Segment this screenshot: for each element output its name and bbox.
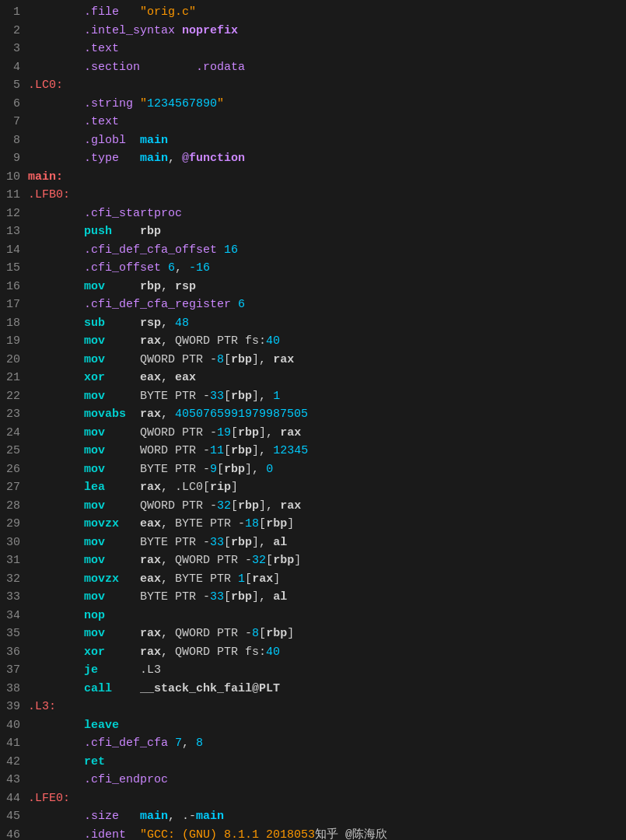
line-number: 17 bbox=[0, 296, 28, 314]
line-content: .cfi_startproc bbox=[28, 205, 626, 223]
line-number: 39 bbox=[0, 698, 28, 716]
line-content: mov rbp, rsp bbox=[28, 278, 626, 296]
line-content: .cfi_def_cfa 7, 8 bbox=[28, 734, 626, 753]
table-row: 45 .size main, .-main bbox=[0, 807, 626, 826]
table-row: 46 .ident "GCC: (GNU) 8.1.1 2018053知乎 @陈… bbox=[0, 826, 626, 841]
line-number: 5 bbox=[0, 76, 28, 95]
line-number: 6 bbox=[0, 95, 28, 114]
table-row: 26 mov BYTE PTR -9[rbp], 0 bbox=[0, 460, 626, 479]
line-number: 13 bbox=[0, 222, 28, 241]
line-content: movabs rax, 4050765991979987505 bbox=[28, 405, 626, 424]
table-row: 21 xor eax, eax bbox=[0, 369, 626, 387]
line-number: 21 bbox=[0, 369, 28, 387]
line-number: 11 bbox=[0, 186, 28, 205]
line-number: 36 bbox=[0, 643, 28, 662]
line-content: mov QWORD PTR -32[rbp], rax bbox=[28, 497, 626, 516]
table-row: 4 .section .rodata bbox=[0, 58, 626, 77]
table-row: 42 ret bbox=[0, 753, 626, 772]
line-content: sub rsp, 48 bbox=[28, 314, 626, 333]
table-row: 13 push rbp bbox=[0, 222, 626, 241]
line-content: nop bbox=[28, 607, 626, 625]
table-row: 29 movzx eax, BYTE PTR -18[rbp] bbox=[0, 515, 626, 534]
table-row: 5.LC0: bbox=[0, 76, 626, 95]
table-row: 28 mov QWORD PTR -32[rbp], rax bbox=[0, 497, 626, 516]
line-number: 42 bbox=[0, 753, 28, 772]
line-number: 31 bbox=[0, 551, 28, 570]
line-number: 8 bbox=[0, 131, 28, 150]
line-number: 1 bbox=[0, 3, 28, 22]
line-number: 19 bbox=[0, 332, 28, 351]
line-number: 18 bbox=[0, 314, 28, 333]
line-content: .cfi_endproc bbox=[28, 771, 626, 789]
line-content: .file "orig.c" bbox=[28, 3, 626, 22]
line-number: 29 bbox=[0, 515, 28, 534]
table-row: 19 mov rax, QWORD PTR fs:40 bbox=[0, 332, 626, 351]
line-number: 7 bbox=[0, 113, 28, 131]
table-row: 11.LFB0: bbox=[0, 186, 626, 205]
table-row: 7 .text bbox=[0, 113, 626, 131]
line-content: .type main, @function bbox=[28, 149, 626, 168]
line-content: .cfi_offset 6, -16 bbox=[28, 259, 626, 278]
table-row: 17 .cfi_def_cfa_register 6 bbox=[0, 296, 626, 314]
line-content: movzx eax, BYTE PTR 1[rax] bbox=[28, 570, 626, 589]
table-row: 31 mov rax, QWORD PTR -32[rbp] bbox=[0, 551, 626, 570]
line-number: 20 bbox=[0, 351, 28, 369]
line-number: 34 bbox=[0, 607, 28, 625]
code-viewer: 1 .file "orig.c"2 .intel_syntax noprefix… bbox=[0, 0, 626, 840]
line-number: 10 bbox=[0, 168, 28, 187]
line-content: .text bbox=[28, 40, 626, 58]
line-number: 2 bbox=[0, 22, 28, 40]
line-number: 4 bbox=[0, 58, 28, 77]
line-content: .globl main bbox=[28, 131, 626, 150]
line-content: leave bbox=[28, 716, 626, 735]
table-row: 37 je .L3 bbox=[0, 661, 626, 680]
line-content: mov BYTE PTR -33[rbp], al bbox=[28, 534, 626, 552]
table-row: 12 .cfi_startproc bbox=[0, 205, 626, 223]
table-row: 9 .type main, @function bbox=[0, 149, 626, 168]
line-number: 14 bbox=[0, 241, 28, 260]
line-content: .text bbox=[28, 113, 626, 131]
line-number: 43 bbox=[0, 771, 28, 789]
line-content: .LC0: bbox=[28, 76, 626, 95]
line-number: 32 bbox=[0, 570, 28, 589]
line-number: 45 bbox=[0, 807, 28, 826]
line-content: mov rax, QWORD PTR fs:40 bbox=[28, 332, 626, 351]
table-row: 39.L3: bbox=[0, 698, 626, 716]
table-row: 22 mov BYTE PTR -33[rbp], 1 bbox=[0, 387, 626, 406]
table-row: 35 mov rax, QWORD PTR -8[rbp] bbox=[0, 625, 626, 643]
line-content: mov BYTE PTR -9[rbp], 0 bbox=[28, 460, 626, 479]
table-row: 38 call __stack_chk_fail@PLT bbox=[0, 680, 626, 698]
table-row: 16 mov rbp, rsp bbox=[0, 278, 626, 296]
line-content: .L3: bbox=[28, 698, 626, 716]
table-row: 43 .cfi_endproc bbox=[0, 771, 626, 789]
line-number: 16 bbox=[0, 278, 28, 296]
line-content: main: bbox=[28, 168, 626, 187]
table-row: 14 .cfi_def_cfa_offset 16 bbox=[0, 241, 626, 260]
line-content: mov BYTE PTR -33[rbp], 1 bbox=[28, 387, 626, 406]
table-row: 32 movzx eax, BYTE PTR 1[rax] bbox=[0, 570, 626, 589]
line-content: mov QWORD PTR -8[rbp], rax bbox=[28, 351, 626, 369]
line-number: 40 bbox=[0, 716, 28, 735]
line-content: lea rax, .LC0[rip] bbox=[28, 478, 626, 497]
table-row: 36 xor rax, QWORD PTR fs:40 bbox=[0, 643, 626, 662]
line-content: .LFB0: bbox=[28, 186, 626, 205]
line-number: 35 bbox=[0, 625, 28, 643]
line-number: 30 bbox=[0, 534, 28, 552]
line-content: mov rax, QWORD PTR -32[rbp] bbox=[28, 551, 626, 570]
line-content: .section .rodata bbox=[28, 58, 626, 77]
table-row: 24 mov QWORD PTR -19[rbp], rax bbox=[0, 424, 626, 443]
line-content: je .L3 bbox=[28, 661, 626, 680]
table-row: 1 .file "orig.c" bbox=[0, 3, 626, 22]
line-number: 23 bbox=[0, 405, 28, 424]
line-content: .cfi_def_cfa_register 6 bbox=[28, 296, 626, 314]
line-content: push rbp bbox=[28, 222, 626, 241]
line-number: 22 bbox=[0, 387, 28, 406]
table-row: 6 .string "1234567890" bbox=[0, 95, 626, 114]
line-number: 26 bbox=[0, 460, 28, 479]
line-content: ret bbox=[28, 753, 626, 772]
table-row: 27 lea rax, .LC0[rip] bbox=[0, 478, 626, 497]
line-content: .ident "GCC: (GNU) 8.1.1 2018053知乎 @陈海欣 bbox=[28, 826, 626, 841]
line-number: 41 bbox=[0, 734, 28, 753]
line-content: call __stack_chk_fail@PLT bbox=[28, 680, 626, 698]
line-number: 25 bbox=[0, 442, 28, 460]
